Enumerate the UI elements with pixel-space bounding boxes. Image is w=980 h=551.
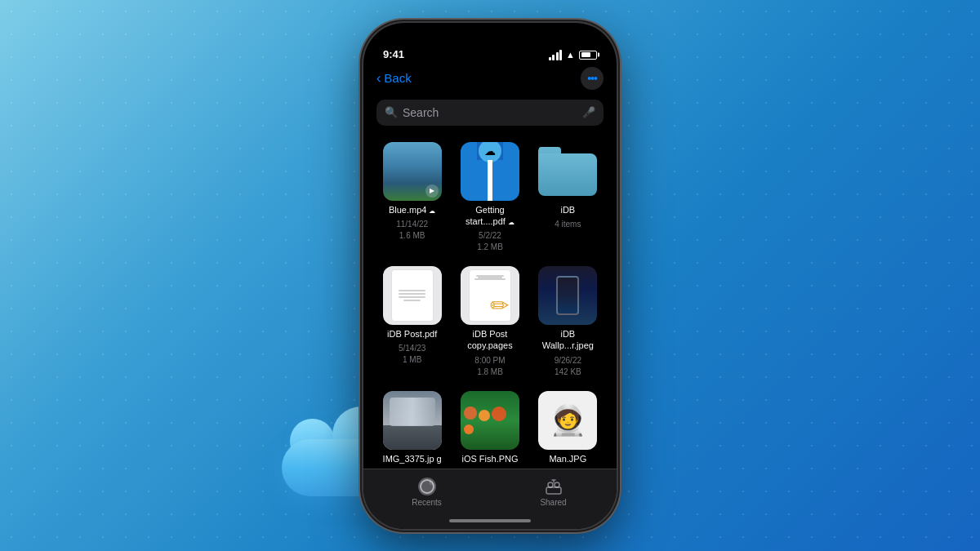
man-figure-icon: 🧑‍🚀: [550, 403, 586, 438]
file-name: Man.JPG: [549, 453, 586, 464]
battery-icon: [579, 51, 597, 60]
file-name: Blue.mp4 ☁: [389, 204, 436, 216]
file-thumbnail: [383, 391, 442, 450]
file-thumbnail: ☁: [461, 142, 519, 201]
file-thumbnail: [383, 266, 442, 325]
more-dots-icon: •••: [587, 72, 597, 85]
file-name: iDB Post copy.pages: [457, 328, 523, 352]
list-item[interactable]: ✏ iDB Post copy.pages 8:00 PM1.8 MB: [454, 266, 525, 378]
svg-point-1: [548, 482, 553, 487]
file-name: iDB Wallp...r.jpeg: [535, 328, 600, 352]
file-meta: 8:00 PM1.8 MB: [474, 355, 505, 378]
file-meta: 4 items: [555, 219, 581, 230]
back-label: Back: [384, 71, 411, 85]
list-item[interactable]: iDB Post.pdf 5/14/231 MB: [376, 266, 448, 378]
file-meta: 9/26/22142 KB: [555, 355, 581, 378]
list-item[interactable]: ▶ Blue.mp4 ☁ 11/14/221.6 MB: [376, 142, 448, 254]
tab-shared[interactable]: Shared: [525, 478, 582, 507]
search-input[interactable]: Search: [403, 106, 577, 119]
file-name: iDB: [560, 204, 575, 216]
dynamic-island: [453, 33, 527, 57]
file-thumbnail: ✏: [461, 266, 519, 325]
list-item[interactable]: iDB 4 items: [532, 142, 604, 254]
signal-bar-3: [556, 52, 559, 60]
files-grid: ▶ Blue.mp4 ☁ 11/14/221.6 MB ☁: [363, 136, 617, 469]
file-name: iOS Fish.PNG: [461, 453, 518, 464]
file-thumbnail: ▶: [383, 142, 442, 201]
tab-recents[interactable]: ↻ Recents: [399, 478, 456, 507]
recents-icon: ↻: [418, 478, 436, 495]
wifi-icon: ▲: [566, 50, 575, 60]
file-meta: 5/14/231 MB: [399, 343, 425, 366]
search-icon: 🔍: [385, 106, 398, 118]
signal-bar-4: [559, 50, 562, 60]
list-item[interactable]: iOS Fish.PNG 9/13/213.6 MB: [454, 391, 525, 469]
file-meta: 11/14/221.6 MB: [396, 219, 428, 242]
signal-bars-icon: [549, 50, 563, 60]
list-item[interactable]: iDB Wallp...r.jpeg 9/26/22142 KB: [532, 266, 604, 378]
file-name: IMG_3375.jp g ☁: [380, 453, 445, 469]
search-bar[interactable]: 🔍 Search 🎤: [376, 100, 604, 126]
signal-bar-1: [549, 57, 551, 60]
home-indicator: [449, 519, 531, 522]
svg-rect-0: [546, 487, 561, 494]
phone-frame: 9:41 ▲ ‹ Bac: [363, 23, 617, 529]
file-name: iDB Post.pdf: [387, 328, 437, 340]
folder-icon: [538, 147, 597, 196]
pdf-doc-icon: [391, 269, 434, 322]
tab-recents-label: Recents: [412, 498, 442, 507]
back-chevron-icon: ‹: [376, 71, 381, 86]
list-item[interactable]: ☁ Getting start....pdf ☁ 5/2/221.2 MB: [454, 142, 525, 254]
svg-point-2: [555, 482, 559, 487]
signal-bar-2: [552, 55, 555, 60]
pages-doc-icon: ✏: [469, 269, 511, 322]
back-button[interactable]: ‹ Back: [376, 71, 412, 86]
file-name: Getting start....pdf ☁: [457, 204, 523, 228]
status-time: 9:41: [383, 48, 404, 60]
phone-screen: 9:41 ▲ ‹ Bac: [363, 23, 617, 529]
tab-shared-label: Shared: [540, 498, 566, 507]
file-thumbnail: [538, 142, 597, 201]
list-item[interactable]: 🧑‍🚀 Man.JPG 2/15/22100 KB: [532, 391, 604, 469]
status-icons: ▲: [549, 50, 597, 60]
scene: 9:41 ▲ ‹ Bac: [363, 23, 617, 529]
file-meta: 5/2/221.2 MB: [477, 230, 503, 253]
file-thumbnail: [538, 266, 597, 325]
microphone-icon[interactable]: 🎤: [582, 106, 595, 118]
shared-icon: [545, 478, 563, 495]
list-item[interactable]: IMG_3375.jp g ☁ 7/25/223.8 MB: [376, 391, 448, 469]
file-thumbnail: 🧑‍🚀: [538, 391, 597, 450]
more-button[interactable]: •••: [581, 67, 604, 90]
file-thumbnail: [461, 391, 519, 450]
battery-fill: [581, 52, 591, 57]
